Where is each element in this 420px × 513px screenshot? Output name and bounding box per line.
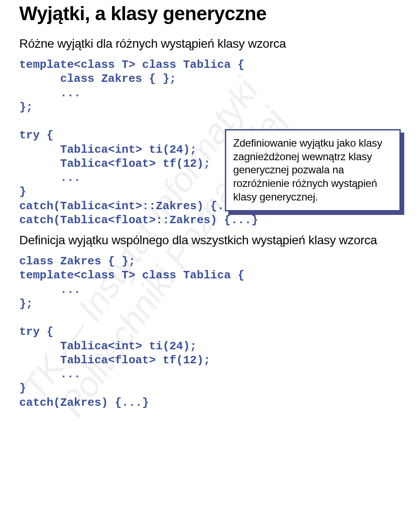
- page-content: Wyjątki, a klasy generyczne Różne wyjątk…: [0, 0, 420, 410]
- page-title: Wyjątki, a klasy generyczne: [19, 0, 401, 25]
- code-block-2: class Zakres { }; template<class T> clas…: [19, 254, 401, 410]
- intro-paragraph-2: Definicja wyjątku wspólnego dla wszystki…: [19, 233, 401, 247]
- callout-text: Zdefiniowanie wyjątku jako klasy zagnież…: [233, 137, 382, 203]
- intro-paragraph-1: Różne wyjątki dla różnych wystąpień klas…: [19, 37, 401, 51]
- callout-box: Zdefiniowanie wyjątku jako klasy zagnież…: [225, 129, 401, 211]
